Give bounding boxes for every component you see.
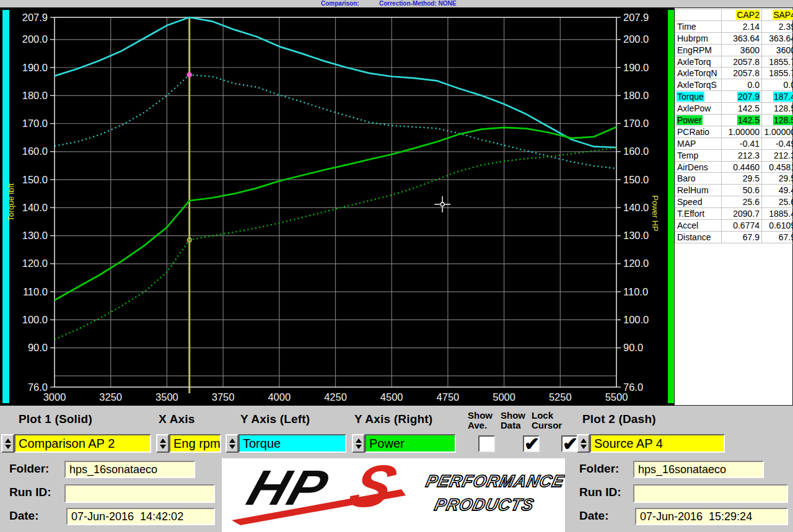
- column-header-sap4: SAP4: [773, 10, 793, 20]
- show-data-label: ShowData: [501, 411, 525, 430]
- row-value: -0.41: [739, 139, 760, 149]
- svg-text:207.9: 207.9: [623, 12, 649, 23]
- correction-method-label: Correction-Method: NONE: [379, 0, 456, 7]
- svg-text:207.9: 207.9: [22, 12, 48, 23]
- row-value: 29.5: [742, 173, 760, 183]
- data-table: CAP2 SAP4 Time2.142.39Hubrpm363.64363.64…: [675, 9, 793, 243]
- row-value: 212.3: [773, 150, 793, 160]
- svg-text:200.0: 200.0: [623, 33, 649, 45]
- row-value: 142.5: [737, 103, 760, 113]
- yaxis-right-field[interactable]: Power: [365, 434, 456, 453]
- row-value: 0.0: [783, 80, 793, 90]
- run-id-label-right: Run ID:: [579, 486, 621, 499]
- date-input-right[interactable]: 07-Jun-2016 15:29:24: [635, 508, 788, 525]
- table-row: EngRPM36003600: [675, 44, 793, 56]
- table-row: Temp212.3212.3: [675, 149, 793, 161]
- table-row: Time2.142.39: [675, 20, 793, 32]
- row-value: 3600: [740, 45, 760, 55]
- run-id-input-left[interactable]: [64, 484, 215, 503]
- row-label: Distance: [677, 232, 711, 242]
- svg-text:100.0: 100.0: [623, 314, 649, 325]
- svg-text:5500: 5500: [605, 391, 628, 403]
- row-value: 1.00000: [727, 127, 760, 137]
- folder-input-right[interactable]: hps_16sonataeco: [633, 461, 764, 478]
- run-id-input-right[interactable]: [633, 484, 788, 503]
- row-label: MAP: [677, 139, 696, 149]
- show-data-checkbox[interactable]: ✔: [523, 435, 540, 452]
- row-value: 207.9: [737, 92, 760, 102]
- date-label-left: Date:: [9, 509, 39, 523]
- row-value: 2.14: [742, 22, 760, 32]
- table-row: AxleTorqN2057.81855.7: [675, 68, 793, 79]
- svg-text:110.0: 110.0: [623, 286, 648, 297]
- svg-text:120.0: 120.0: [623, 258, 649, 269]
- row-label: Power: [677, 115, 703, 125]
- run-id-label-left: Run ID:: [9, 486, 51, 499]
- row-label: Speed: [677, 197, 703, 207]
- row-value: 25.6: [778, 197, 793, 207]
- row-value: 2057.8: [732, 57, 760, 67]
- dyno-chart[interactable]: 207.9207.9200.0200.0190.0190.0180.0180.0…: [0, 7, 674, 406]
- row-value: -0.49: [775, 139, 793, 149]
- comparison-label: Comparison:: [321, 0, 359, 7]
- svg-text:4250: 4250: [324, 391, 347, 403]
- plot2-spinner[interactable]: [577, 434, 590, 453]
- up-arrow-icon: [5, 438, 11, 443]
- svg-text:76.0: 76.0: [28, 382, 48, 393]
- yaxis-right-spinner[interactable]: [352, 434, 365, 453]
- down-arrow-icon: [5, 445, 11, 449]
- row-value: 212.3: [737, 150, 760, 160]
- up-arrow-icon: [160, 438, 166, 443]
- row-value: 0.6109: [768, 220, 793, 230]
- row-value: 128.5: [773, 103, 793, 113]
- plot2-label: Plot 2 (Dash): [582, 412, 656, 426]
- svg-text:76.0: 76.0: [623, 382, 643, 393]
- yaxis-left-field[interactable]: Torque: [239, 434, 346, 453]
- plot1-field[interactable]: Comparison AP 2: [14, 434, 151, 453]
- row-label: AxleTorqS: [677, 80, 717, 90]
- svg-text:Power HP: Power HP: [651, 195, 660, 232]
- row-value: 1885.4: [768, 209, 793, 219]
- row-label: RelHum: [677, 185, 709, 195]
- xaxis-field[interactable]: Eng rpm: [169, 434, 221, 453]
- table-row: Distance67.967.9: [675, 231, 793, 243]
- svg-text:140.0: 140.0: [22, 202, 48, 213]
- down-arrow-icon: [356, 445, 362, 449]
- row-label: AxlePow: [677, 103, 711, 113]
- row-value: 49.4: [778, 185, 793, 195]
- svg-text:4500: 4500: [380, 391, 403, 403]
- plot1-spinner[interactable]: [1, 434, 14, 453]
- table-row: AxlePow142.5128.5: [675, 103, 793, 115]
- row-label: Hubrpm: [677, 33, 709, 43]
- svg-text:Torque lbft: Torque lbft: [6, 183, 15, 221]
- table-row: T.Effort2090.71885.4: [675, 208, 793, 220]
- date-input-left[interactable]: 07-Jun-2016 14:42:02: [66, 508, 215, 525]
- up-arrow-icon: [581, 438, 587, 443]
- table-row: RelHum50.649.4: [675, 185, 793, 196]
- show-ave-checkbox[interactable]: [478, 435, 495, 452]
- data-panel: CAP2 SAP4 Time2.142.39Hubrpm363.64363.64…: [674, 7, 793, 406]
- svg-text:5000: 5000: [493, 391, 515, 403]
- row-value: 1855.7: [768, 57, 793, 67]
- show-ave-label: ShowAve.: [468, 411, 493, 430]
- svg-text:130.0: 130.0: [22, 230, 48, 241]
- svg-text:200.0: 200.0: [22, 33, 48, 45]
- xaxis-label: X Axis: [159, 412, 195, 426]
- up-arrow-icon: [356, 438, 362, 443]
- row-label: T.Effort: [677, 209, 705, 219]
- row-label: Torque: [677, 92, 704, 102]
- row-label: Time: [677, 22, 697, 32]
- plot2-field[interactable]: Source AP 4: [590, 434, 725, 453]
- xaxis-spinner[interactable]: [156, 434, 169, 453]
- folder-input-left[interactable]: hps_16sonataeco: [64, 461, 195, 478]
- down-arrow-icon: [581, 445, 587, 449]
- row-label: AxleTorqN: [677, 68, 718, 78]
- yaxis-left-spinner[interactable]: [226, 434, 239, 453]
- row-value: 1855.7: [768, 68, 793, 78]
- row-value: 25.6: [742, 197, 760, 207]
- row-value: 50.6: [742, 185, 760, 195]
- lock-cursor-checkbox[interactable]: ✔: [561, 435, 578, 452]
- row-value: 0.0: [747, 80, 760, 90]
- folder-label-left: Folder:: [9, 462, 49, 476]
- svg-text:3250: 3250: [99, 391, 122, 403]
